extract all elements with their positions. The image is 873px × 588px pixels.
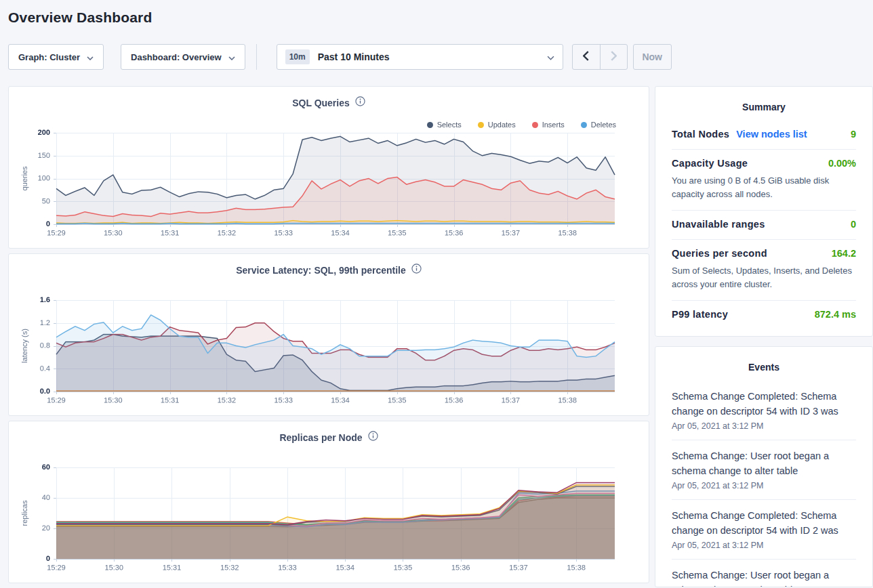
chart-card-replicas-per-node: Replicas per Node [8, 421, 649, 583]
summary-row-value: 164.2 [832, 248, 856, 259]
sql-queries-chart[interactable] [9, 87, 649, 248]
summary-row-label: Capacity Usage [672, 158, 748, 169]
legend-item-inserts[interactable]: Inserts [532, 121, 565, 129]
chart-header: Replicas per Node [9, 431, 649, 444]
summary-row-value: 872.4 ms [815, 309, 856, 320]
graph-dropdown[interactable]: Graph: Cluster [8, 44, 104, 70]
summary-row-description: Sum of Selects, Updates, Inserts, and De… [672, 264, 856, 291]
time-range-label: Past 10 Minutes [318, 51, 390, 62]
summary-row-label: Total Nodes [672, 129, 729, 140]
summary-row-label: Queries per second [672, 248, 767, 259]
time-step-buttons [572, 44, 628, 70]
legend-dot [581, 122, 587, 128]
event-item: Schema Change Completed: Schema change o… [672, 499, 856, 559]
event-text: Schema Change: User root began a schema … [672, 568, 856, 587]
legend-label: Updates [488, 121, 516, 129]
sidebar: Summary Total Nodes View nodes list 9 Ca… [655, 86, 873, 587]
chevron-down-icon [547, 52, 554, 62]
chart-title: Service Latency: SQL, 99th percentile [236, 265, 406, 276]
chart-title: SQL Queries [292, 98, 350, 108]
prev-time-button[interactable] [573, 45, 600, 69]
summary-row-unavailable-ranges: Unavailable ranges 0 [672, 210, 856, 239]
legend-dot [478, 122, 484, 128]
time-range-picker[interactable]: 10m Past 10 Minutes [277, 44, 563, 70]
info-icon[interactable] [368, 431, 378, 444]
chart-card-sql-queries: SQL Queries SelectsUpdatesInsertsDeletes [8, 86, 649, 249]
next-time-button[interactable] [600, 45, 627, 69]
legend-dot [532, 122, 538, 128]
legend-item-deletes[interactable]: Deletes [581, 121, 616, 129]
chevron-down-icon [87, 52, 94, 62]
chevron-left-icon [583, 51, 589, 63]
toolbar: Graph: Cluster Dashboard: Overview 10m P… [8, 44, 873, 70]
legend-label: Selects [437, 121, 462, 129]
chart-card-service-latency: Service Latency: SQL, 99th percentile [8, 253, 649, 416]
replicas-per-node-chart[interactable] [9, 421, 649, 583]
charts-column: SQL Queries SelectsUpdatesInsertsDeletes… [8, 86, 649, 588]
info-icon[interactable] [411, 264, 422, 276]
chart-legend: SelectsUpdatesInsertsDeletes [427, 121, 616, 129]
summary-row-label: Unavailable ranges [672, 219, 765, 230]
now-button[interactable]: Now [633, 44, 672, 70]
dashboard-dropdown[interactable]: Dashboard: Overview [121, 44, 245, 70]
summary-row-value: 0.00% [828, 158, 856, 169]
legend-item-updates[interactable]: Updates [478, 121, 516, 129]
summary-row-description: You are using 0 B of 4.5 GiB usable disk… [672, 174, 856, 201]
dashboard-dropdown-label: Dashboard: Overview [131, 52, 222, 62]
chart-title: Replicas per Node [279, 432, 362, 443]
graph-dropdown-label: Graph: Cluster [18, 52, 80, 62]
info-icon[interactable] [355, 96, 365, 109]
summary-row-p99-latency: P99 latency 872.4 ms [672, 300, 856, 329]
legend-item-selects[interactable]: Selects [427, 121, 462, 129]
event-item: Schema Change: User root began a schema … [672, 440, 856, 499]
summary-row-value: 9 [851, 129, 856, 140]
chart-header: SQL Queries [9, 96, 649, 109]
service-latency-chart[interactable] [9, 254, 649, 415]
legend-dot [427, 122, 433, 128]
toolbar-divider [256, 44, 257, 70]
summary-panel: Summary Total Nodes View nodes list 9 Ca… [655, 86, 873, 337]
legend-label: Deletes [591, 121, 616, 129]
summary-row-label: P99 latency [672, 309, 728, 320]
event-timestamp: Apr 05, 2021 at 3:12 PM [672, 481, 856, 490]
overview-dashboard-page: Overview Dashboard Graph: Cluster Dashbo… [0, 9, 873, 588]
events-panel: Events Schema Change Completed: Schema c… [655, 346, 873, 587]
page-title: Overview Dashboard [8, 9, 873, 26]
event-text: Schema Change: User root began a schema … [672, 448, 856, 479]
time-range-badge: 10m [285, 49, 310, 64]
legend-label: Inserts [542, 121, 565, 129]
event-text: Schema Change Completed: Schema change o… [672, 389, 856, 419]
event-timestamp: Apr 05, 2021 at 3:12 PM [672, 421, 856, 431]
chevron-right-icon [611, 51, 617, 63]
summary-row-capacity-usage: Capacity Usage 0.00% You are using 0 B o… [672, 149, 856, 210]
summary-row-total-nodes: Total Nodes View nodes list 9 [672, 121, 856, 149]
view-nodes-list-link[interactable]: View nodes list [736, 129, 807, 140]
chevron-down-icon [228, 52, 235, 62]
event-item: Schema Change: User root began a schema … [672, 559, 856, 587]
summary-panel-title: Summary [672, 96, 856, 121]
event-timestamp: Apr 05, 2021 at 3:12 PM [672, 541, 856, 550]
summary-row-value: 0 [851, 219, 856, 230]
event-item: Schema Change Completed: Schema change o… [672, 381, 856, 440]
summary-row-queries-per-second: Queries per second 164.2 Sum of Selects,… [672, 239, 856, 300]
events-panel-title: Events [672, 356, 856, 381]
chart-header: Service Latency: SQL, 99th percentile [9, 264, 649, 276]
event-text: Schema Change Completed: Schema change o… [672, 508, 856, 539]
